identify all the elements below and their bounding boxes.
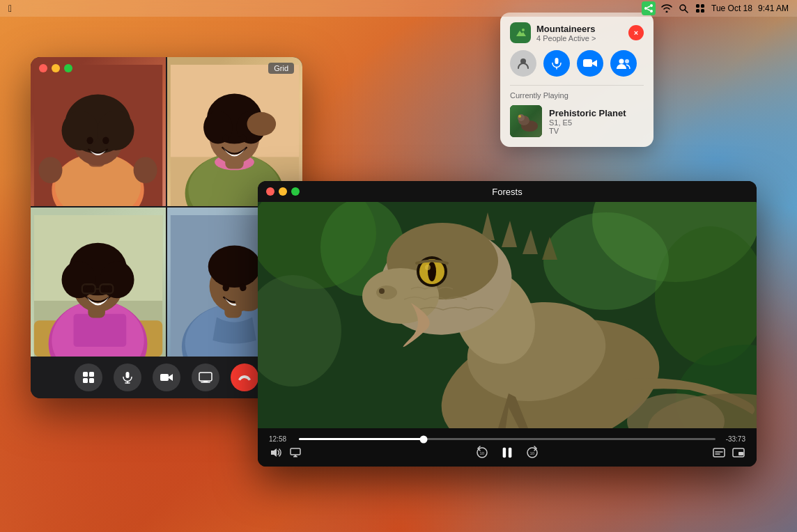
- media-thumbnail: [510, 105, 542, 137]
- svg-rect-66: [83, 378, 88, 383]
- svg-line-6: [685, 10, 688, 13]
- video-window-controls: [266, 187, 300, 196]
- svg-rect-114: [503, 448, 506, 458]
- airplay-icon[interactable]: [288, 446, 302, 460]
- svg-point-106: [428, 262, 436, 281]
- subtitles-icon[interactable]: [712, 446, 726, 460]
- svg-point-81: [625, 59, 629, 63]
- close-button[interactable]: [39, 64, 47, 72]
- menubar-datetime: Tue Oct 18: [711, 3, 752, 13]
- shareplay-close-button[interactable]: ×: [628, 25, 644, 40]
- svg-rect-10: [701, 9, 704, 13]
- facetime-titlebar: Grid: [31, 57, 302, 79]
- video-player-window: Forests: [258, 181, 757, 467]
- menubar-right: Tue Oct 18 9:41 AM: [642, 1, 789, 15]
- svg-rect-41: [74, 314, 127, 347]
- svg-line-4: [647, 9, 650, 10]
- shareplay-action-buttons: [510, 50, 644, 77]
- maximize-button[interactable]: [64, 64, 72, 72]
- volume-icon[interactable]: [269, 446, 283, 460]
- video-content-area: [258, 202, 757, 428]
- skip-forward-icon[interactable]: 10: [525, 446, 539, 460]
- participant-tile-3: [31, 208, 166, 357]
- shareplay-card-header: Mountaineers 4 People Active > ×: [510, 22, 644, 43]
- svg-rect-9: [696, 9, 699, 13]
- video-scene: [258, 202, 757, 428]
- svg-point-17: [62, 111, 99, 150]
- end-call-button[interactable]: [231, 363, 258, 391]
- svg-rect-117: [713, 448, 725, 457]
- apple-logo-icon[interactable]: : [8, 3, 12, 14]
- svg-point-21: [38, 157, 62, 183]
- share-screen-button[interactable]: [192, 363, 219, 391]
- controls-center-group: 10 10: [475, 446, 539, 460]
- menubar-left: : [8, 3, 12, 14]
- svg-point-33: [223, 134, 229, 141]
- svg-rect-7: [696, 4, 699, 8]
- active-count[interactable]: 4 People Active >: [536, 34, 596, 42]
- spotlight-icon[interactable]: [678, 3, 689, 14]
- svg-point-86: [518, 114, 525, 121]
- grid-view-label[interactable]: Grid: [268, 63, 294, 74]
- svg-point-58: [223, 284, 229, 291]
- video-titlebar: Forests: [258, 181, 757, 202]
- shareplay-title-text: Mountaineers 4 People Active >: [536, 24, 596, 42]
- svg-rect-77: [555, 58, 559, 64]
- skip-back-icon[interactable]: 10: [475, 446, 489, 460]
- svg-rect-115: [509, 448, 512, 458]
- svg-point-34: [240, 134, 246, 141]
- svg-point-45: [62, 261, 96, 298]
- video-maximize-button[interactable]: [291, 187, 300, 196]
- svg-point-50: [86, 286, 92, 292]
- svg-point-46: [100, 261, 134, 298]
- menubar: : [0, 0, 797, 17]
- media-type: TV: [549, 127, 626, 135]
- mute-microphone-button[interactable]: [114, 363, 141, 391]
- wifi-icon[interactable]: [661, 3, 672, 14]
- svg-point-57: [208, 245, 261, 288]
- pip-icon[interactable]: [732, 446, 745, 460]
- svg-point-107: [425, 265, 431, 270]
- svg-point-75: [522, 29, 525, 31]
- svg-point-80: [619, 59, 624, 64]
- svg-point-95: [543, 212, 669, 310]
- control-center-icon[interactable]: [695, 3, 706, 14]
- pause-button[interactable]: [500, 446, 514, 460]
- minimize-button[interactable]: [52, 64, 60, 72]
- svg-text:10: 10: [530, 451, 535, 455]
- svg-rect-79: [583, 59, 592, 67]
- facetime-window-controls: [39, 64, 72, 72]
- menubar-time: 9:41 AM: [758, 3, 789, 13]
- mountaineers-group-icon: [510, 22, 531, 43]
- video-minimize-button[interactable]: [279, 187, 287, 196]
- shareplay-microphone-button[interactable]: [543, 50, 570, 77]
- svg-rect-71: [160, 374, 169, 381]
- progress-fill: [299, 438, 424, 440]
- svg-rect-65: [89, 372, 94, 377]
- video-title: Forests: [492, 187, 522, 197]
- svg-point-20: [102, 136, 109, 143]
- camera-button[interactable]: [153, 363, 180, 391]
- svg-rect-8: [701, 4, 704, 8]
- shareplay-divider: [510, 85, 644, 86]
- svg-point-102: [376, 285, 397, 299]
- svg-text:10: 10: [480, 451, 485, 455]
- media-text-info: Prehistoric Planet S1, E5 TV: [549, 108, 626, 135]
- currently-playing-label: Currently Playing: [510, 91, 644, 100]
- svg-point-51: [104, 286, 109, 292]
- grid-view-button[interactable]: [75, 363, 102, 391]
- svg-rect-121: [738, 452, 743, 455]
- time-current: 12:58: [269, 435, 293, 443]
- controls-left-group: [269, 446, 302, 460]
- media-title: Prehistoric Planet: [549, 108, 626, 118]
- video-close-button[interactable]: [266, 187, 274, 196]
- participant-tile-1: [31, 57, 166, 206]
- shareplay-person-button[interactable]: [510, 50, 536, 77]
- progress-track[interactable]: [299, 438, 715, 440]
- shareplay-camera-button[interactable]: [577, 50, 603, 77]
- progress-knob[interactable]: [420, 435, 428, 443]
- shareplay-menubar-icon[interactable]: [642, 1, 656, 15]
- controls-row: 10 10: [269, 446, 745, 460]
- svg-point-35: [247, 112, 276, 136]
- shareplay-group-button[interactable]: [610, 50, 637, 77]
